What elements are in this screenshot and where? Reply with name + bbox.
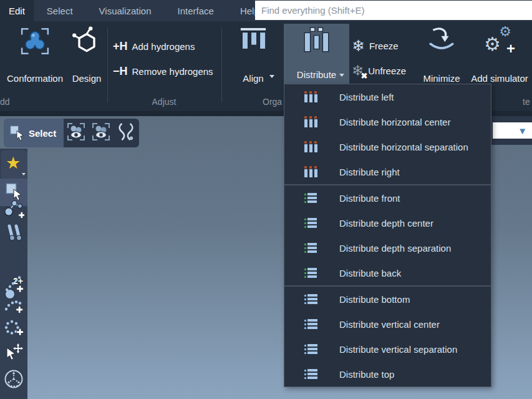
group-label-add: dd	[0, 97, 10, 107]
menu-item-distribute-vertical-separation[interactable]: Distribute vertical separation	[284, 337, 491, 362]
distribute-horizontal-center-icon	[302, 115, 319, 129]
design-icon	[72, 26, 101, 58]
distribute-depth-separation-icon	[302, 241, 319, 255]
select-tool-icon	[9, 124, 25, 142]
menu-item-label: Distribute top	[339, 369, 394, 380]
menu-item-label: Distribute depth center	[339, 218, 433, 229]
align-button[interactable]: Align	[228, 26, 278, 84]
distribute-label: Distribute	[297, 69, 336, 80]
menu-item-label: Distribute bottom	[339, 294, 410, 305]
gear-icon: ⚙	[499, 25, 511, 39]
remove-hydrogens-button[interactable]: −H Remove hydrogens	[113, 61, 213, 81]
menu-item-distribute-bottom[interactable]: Distribute bottom	[284, 287, 491, 312]
menu-item-distribute-front[interactable]: Distribute front	[284, 185, 491, 210]
group-label-adjust: Adjust	[125, 97, 203, 107]
add-simulator-icon: ⚙ ⚙ +	[484, 26, 515, 57]
menu-item-distribute-right[interactable]: Distribute right	[284, 159, 491, 184]
distribute-button[interactable]: Distribute	[284, 24, 349, 85]
align-label: Align	[243, 73, 263, 84]
menu-item-distribute-depth-separation[interactable]: Distribute depth separation	[284, 235, 491, 260]
minimize-icon	[427, 26, 456, 56]
unfreeze-label: Unfreeze	[368, 66, 406, 76]
remove-hydrogens-label: Remove hydrogens	[132, 66, 213, 77]
menu-item-label: Distribute right	[339, 167, 400, 177]
menu-item-label: Distribute back	[339, 268, 401, 278]
distribute-icon	[302, 26, 332, 58]
add-ring-icon	[4, 319, 24, 340]
remove-hydrogens-icon: −H	[113, 65, 128, 78]
helix-icon	[116, 122, 136, 144]
add-simulator-label: Add simulator	[471, 73, 528, 84]
tab-edit[interactable]: Edit	[0, 0, 34, 21]
unfreeze-x-icon: ✖	[360, 71, 367, 81]
viewport-toolbar-buttons	[64, 119, 139, 147]
search-input[interactable]	[255, 1, 532, 20]
application-window: Edit Select Visualization Interface Help	[0, 0, 532, 399]
menu-item-distribute-horizontal-separation[interactable]: Distribute horizontal separation	[284, 134, 491, 159]
menu-item-label: Distribute depth separation	[339, 243, 451, 254]
move-tool-icon	[4, 343, 24, 365]
secondary-structure-button[interactable]	[114, 119, 138, 147]
menu-item-distribute-back[interactable]: Distribute back	[284, 260, 491, 285]
chevron-down-icon: ▼	[518, 126, 527, 135]
sidebar-add-bonds-tool[interactable]	[0, 222, 27, 246]
tab-interface[interactable]: Interface	[165, 0, 227, 21]
right-panel-header: ▼	[491, 116, 532, 145]
menu-item-distribute-left[interactable]: Distribute left	[284, 84, 491, 109]
freeze-button[interactable]: ❄ Freeze	[352, 35, 399, 56]
tab-visualization[interactable]: Visualization	[86, 0, 165, 21]
atoms-eye-icon	[66, 122, 86, 144]
distribute-caret-icon	[339, 74, 344, 77]
sidebar-add-ring-tool[interactable]	[0, 317, 27, 342]
distribute-front-icon	[302, 191, 319, 205]
distribute-right-icon	[302, 165, 319, 179]
freeze-label: Freeze	[369, 41, 399, 51]
menu-item-distribute-horizontal-center[interactable]: Distribute horizontal center	[284, 109, 491, 134]
viewport-toolbar: Select	[4, 119, 139, 147]
distribute-vertical-separation-icon	[302, 342, 319, 356]
sidebar-twister-tool[interactable]	[0, 368, 27, 392]
distribute-left-icon	[302, 90, 319, 104]
distribute-vertical-center-icon	[302, 317, 319, 331]
favorites-menu-button[interactable]: ★	[1, 150, 27, 179]
tab-select[interactable]: Select	[34, 0, 86, 21]
plus-icon: +	[506, 41, 515, 56]
align-caret-icon	[269, 75, 274, 78]
menu-item-distribute-top[interactable]: Distribute top	[284, 362, 491, 387]
add-bonds-icon	[4, 223, 24, 245]
distribute-bottom-icon	[302, 292, 319, 306]
add-hydrogens-button[interactable]: +H Add hydrogens	[113, 36, 195, 56]
menu-item-label: Distribute front	[339, 193, 400, 204]
menu-item-label: Distribute horizontal separation	[339, 142, 468, 152]
menu-item-distribute-depth-center[interactable]: Distribute depth center	[284, 210, 491, 235]
camera-combobox[interactable]: ▼	[493, 122, 532, 139]
add-simulator-button[interactable]: ⚙ ⚙ + Add simulator	[468, 26, 531, 84]
conformation-icon	[20, 26, 50, 58]
view-atoms-button[interactable]	[64, 119, 89, 147]
conformation-label: Conformation	[7, 73, 63, 84]
twister-icon	[3, 368, 24, 392]
gear-icon: ⚙	[484, 35, 501, 54]
sidebar-add-curve-tool[interactable]	[0, 297, 27, 318]
design-button[interactable]: Design	[66, 26, 107, 84]
add-hydrogens-label: Add hydrogens	[132, 41, 195, 52]
freeze-icon: ❄	[352, 38, 365, 54]
ribbon-separator	[221, 27, 222, 102]
select-mode-button[interactable]: Select	[4, 119, 64, 147]
add-hydrogens-icon: +H	[113, 40, 128, 53]
conformation-button[interactable]: Conformation	[6, 26, 64, 84]
design-label: Design	[72, 73, 102, 84]
sidebar-move-tool[interactable]	[0, 342, 27, 366]
minimize-button[interactable]: Minimize	[417, 26, 467, 84]
distribute-depth-center-icon	[302, 216, 319, 230]
unfreeze-button[interactable]: ❄ ✖ Unfreeze	[352, 60, 406, 81]
select-mode-label: Select	[29, 128, 56, 139]
ribbon-separator	[107, 27, 108, 102]
distribute-back-icon	[302, 266, 319, 280]
menu-item-distribute-vertical-center[interactable]: Distribute vertical center	[284, 312, 491, 337]
sidebar-add-chain-tool[interactable]	[0, 275, 27, 297]
sidebar-add-atoms-tool[interactable]	[0, 199, 27, 222]
view-atoms-alt-button[interactable]	[89, 119, 114, 147]
add-curve-icon	[4, 298, 24, 318]
menu-item-label: Distribute vertical center	[339, 319, 440, 330]
